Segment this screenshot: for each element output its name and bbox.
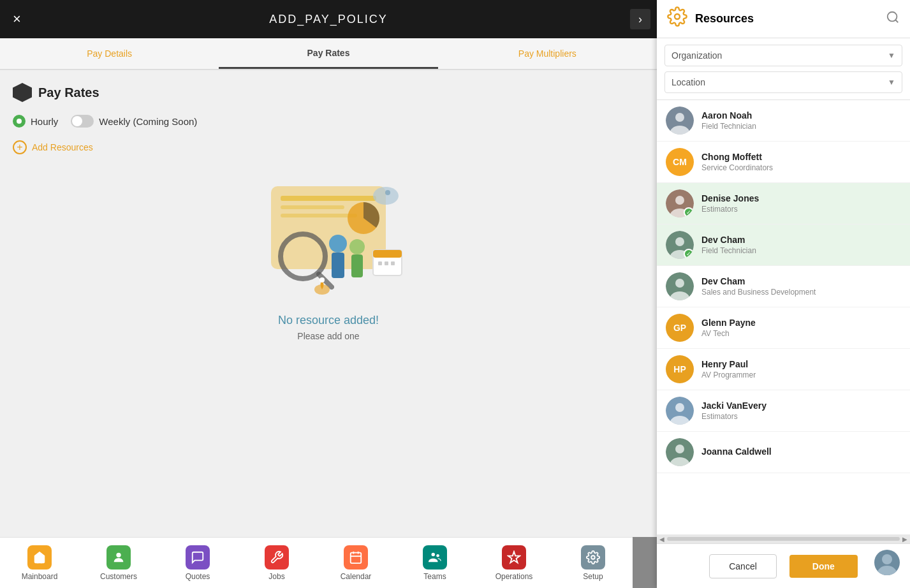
tab-pay-rates[interactable]: Pay Rates <box>219 39 437 69</box>
svg-point-38 <box>675 279 684 288</box>
calendar-icon <box>344 545 368 570</box>
panel-title: Resources <box>695 12 878 26</box>
resource-item-dev-cham-ft[interactable]: ✓ Dev Cham Field Technician <box>657 224 910 266</box>
resource-name-dev-cham-ft: Dev Cham <box>701 235 901 245</box>
svg-rect-12 <box>373 250 402 258</box>
hourly-radio-circle <box>13 115 26 128</box>
resource-name-glenn-payne: Glenn Payne <box>701 318 901 328</box>
resource-role-dev-cham-ft: Field Technician <box>701 246 901 255</box>
close-button[interactable]: × <box>13 11 21 27</box>
tab-pay-multipliers[interactable]: Pay Multipliers <box>438 40 657 68</box>
avatar-henry-paul: HP <box>666 355 694 383</box>
user-avatar-corner[interactable] <box>874 550 900 575</box>
mainboard-icon <box>27 545 52 570</box>
weekly-toggle <box>71 115 94 128</box>
location-filter[interactable]: Location ▼ <box>664 71 902 93</box>
resources-gear-icon <box>667 6 687 31</box>
svg-point-42 <box>675 445 684 453</box>
resource-item-chong-moffett[interactable]: CM Chong Moffett Service Coordinators <box>657 142 910 183</box>
tab-pay-details[interactable]: Pay Details <box>0 40 219 68</box>
svg-point-40 <box>675 403 684 412</box>
resource-role-chong-moffett: Service Coordinators <box>701 163 901 172</box>
organization-filter[interactable]: Organization ▼ <box>664 45 902 66</box>
nav-mainboard[interactable]: Mainboard <box>17 545 62 581</box>
nav-calendar[interactable]: Calendar <box>334 545 378 581</box>
svg-point-17 <box>319 277 325 283</box>
resource-name-jacki-vanevery: Jacki VanEvery <box>701 401 901 411</box>
resource-name-henry-paul: Henry Paul <box>701 359 901 369</box>
svg-rect-3 <box>281 214 357 217</box>
location-dropdown-arrow: ▼ <box>888 78 895 87</box>
customers-icon <box>106 545 131 570</box>
resource-item-denise-jones[interactable]: ✓ Denise Jones Estimators <box>657 183 910 224</box>
resource-item-dev-cham-sales[interactable]: Dev Cham Sales and Business Development <box>657 266 910 307</box>
resource-info-jacki-vanevery: Jacki VanEvery Estimators <box>701 401 901 421</box>
svg-point-20 <box>116 552 121 557</box>
add-resources-button[interactable]: + Add Resources <box>13 140 644 154</box>
empty-state-area: No resource added! Please add one <box>13 180 644 341</box>
resource-name-chong-moffett: Chong Moffett <box>701 152 901 162</box>
svg-rect-14 <box>385 261 388 265</box>
expand-button[interactable]: › <box>630 9 650 29</box>
nav-quotes-label: Quotes <box>186 572 210 581</box>
nav-setup[interactable]: Setup <box>571 545 615 581</box>
hourly-label: Hourly <box>31 116 58 127</box>
horizontal-scrollbar[interactable]: ◀ ▶ <box>657 534 910 543</box>
scroll-right-arrow[interactable]: ▶ <box>902 536 907 543</box>
location-filter-label: Location <box>671 77 705 87</box>
resource-role-henry-paul: AV Programmer <box>701 371 901 379</box>
svg-rect-15 <box>391 261 395 265</box>
resource-name-denise-jones: Denise Jones <box>701 193 901 203</box>
svg-point-9 <box>349 239 365 254</box>
section-title-area: Pay Rates <box>13 83 644 102</box>
avatar-aaron-noah <box>666 107 694 135</box>
svg-point-36 <box>675 237 684 246</box>
nav-jobs[interactable]: Jobs <box>254 545 299 581</box>
nav-customers-label: Customers <box>100 572 137 581</box>
nav-teams[interactable]: Teams <box>413 545 457 581</box>
nav-quotes[interactable]: Quotes <box>175 545 220 581</box>
nav-operations-label: Operations <box>495 572 533 581</box>
done-button[interactable]: Done <box>789 555 858 578</box>
svg-rect-10 <box>351 254 363 277</box>
resource-item-aaron-noah[interactable]: Aaron Noah Field Technician <box>657 100 910 142</box>
panel-search-icon[interactable] <box>886 10 900 27</box>
nav-mainboard-label: Mainboard <box>22 572 58 581</box>
cancel-button[interactable]: Cancel <box>709 554 777 578</box>
hex-icon <box>13 83 32 102</box>
resources-list: Aaron Noah Field Technician CM Chong Mof… <box>657 100 910 543</box>
svg-point-27 <box>591 555 595 559</box>
resource-item-joanna-caldwell[interactable]: Joanna Caldwell <box>657 432 910 473</box>
avatar-joanna-caldwell <box>666 438 694 466</box>
hourly-radio[interactable]: Hourly <box>13 115 58 128</box>
main-content: Pay Rates Hourly Weekly (Coming Soon) + … <box>0 70 657 537</box>
avatar-dev-cham-sales <box>666 272 694 300</box>
resource-info-dev-cham-ft: Dev Cham Field Technician <box>701 235 901 255</box>
teams-icon <box>423 545 447 570</box>
svg-rect-2 <box>281 205 344 209</box>
nav-setup-label: Setup <box>583 572 603 581</box>
avatar-dev-cham-ft: ✓ <box>666 231 694 259</box>
nav-calendar-label: Calendar <box>341 572 372 581</box>
add-circle-icon: + <box>13 140 27 154</box>
setup-icon <box>581 545 605 570</box>
avatar-denise-jones: ✓ <box>666 189 694 217</box>
nav-customers[interactable]: Customers <box>96 545 141 581</box>
empty-state-illustration <box>239 180 418 307</box>
svg-point-18 <box>373 187 399 205</box>
operations-icon <box>502 545 526 570</box>
weekly-radio[interactable]: Weekly (Coming Soon) <box>71 115 197 128</box>
svg-rect-13 <box>378 261 382 265</box>
scroll-left-arrow[interactable]: ◀ <box>659 536 664 543</box>
resource-item-henry-paul[interactable]: HP Henry Paul AV Programmer <box>657 349 910 390</box>
quotes-icon <box>186 545 210 570</box>
selected-badge: ✓ <box>684 207 694 217</box>
resource-item-glenn-payne[interactable]: GP Glenn Payne AV Tech <box>657 307 910 349</box>
resource-name-aaron-noah: Aaron Noah <box>701 110 901 121</box>
add-resources-label: Add Resources <box>32 142 93 152</box>
svg-rect-1 <box>281 196 376 201</box>
resource-item-jacki-vanevery[interactable]: Jacki VanEvery Estimators <box>657 390 910 432</box>
resource-role-denise-jones: Estimators <box>701 205 901 214</box>
resource-info-joanna-caldwell: Joanna Caldwell <box>701 446 901 458</box>
nav-operations[interactable]: Operations <box>492 545 536 581</box>
